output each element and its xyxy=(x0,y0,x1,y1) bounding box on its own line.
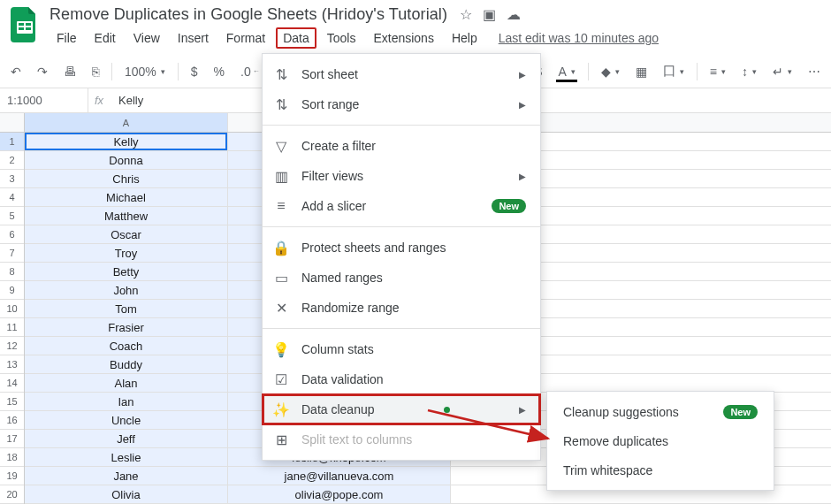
menu-item-protect-sheets-and-ranges[interactable]: 🔒Protect sheets and ranges xyxy=(263,233,540,263)
menu-file[interactable]: File xyxy=(50,27,84,49)
name-box[interactable]: 1:1000 xyxy=(0,88,88,112)
menu-item-data-cleanup[interactable]: ✨Data cleanup▶ xyxy=(263,394,540,424)
row-header[interactable]: 13 xyxy=(0,355,24,374)
cell[interactable]: Kelly xyxy=(25,133,228,150)
row-header[interactable]: 19 xyxy=(0,467,24,485)
fill-color-icon[interactable]: ◆ xyxy=(598,61,623,82)
cell[interactable]: olivia@pope.com xyxy=(228,485,451,503)
col-header-a[interactable]: A xyxy=(25,113,228,132)
shuffle-icon: ✕ xyxy=(273,300,289,317)
cell[interactable]: Jane xyxy=(25,467,228,485)
cell[interactable]: Tom xyxy=(25,300,228,317)
print-icon[interactable]: 🖶 xyxy=(60,61,80,82)
cell[interactable]: Michael xyxy=(25,188,228,206)
menu-edit[interactable]: Edit xyxy=(88,27,123,49)
more-icon[interactable]: ⋯ xyxy=(804,61,824,82)
cell[interactable]: Chris xyxy=(25,170,228,187)
cell[interactable]: Frasier xyxy=(25,318,228,336)
row-header[interactable]: 9 xyxy=(0,281,24,300)
dec-down-button[interactable]: .0← xyxy=(237,61,263,82)
row-header[interactable]: 20 xyxy=(0,485,24,504)
cell[interactable]: Uncle xyxy=(25,411,228,429)
menu-item-named-ranges[interactable]: ▭Named ranges xyxy=(263,263,540,293)
menu-item-label: Create a filter xyxy=(301,139,376,153)
submenu-label: Trim whitespace xyxy=(563,463,652,477)
menu-item-label: Data validation xyxy=(301,372,384,386)
menu-extensions[interactable]: Extensions xyxy=(366,27,440,49)
cloud-icon[interactable]: ☁ xyxy=(507,6,521,23)
row-header[interactable]: 8 xyxy=(0,263,24,281)
percent-button[interactable]: % xyxy=(210,61,228,82)
text-color-button[interactable]: A xyxy=(554,61,578,82)
cell[interactable]: John xyxy=(25,281,228,299)
menu-view[interactable]: View xyxy=(126,27,167,49)
new-badge: New xyxy=(492,199,526,213)
wrap-icon[interactable]: ↵ xyxy=(769,61,796,82)
menu-item-data-validation[interactable]: ☑Data validation xyxy=(263,364,540,394)
row-header[interactable]: 11 xyxy=(0,318,24,337)
row-header[interactable]: 6 xyxy=(0,225,24,244)
row-header[interactable]: 12 xyxy=(0,337,24,355)
fx-icon: fx xyxy=(88,94,110,107)
zoom-select[interactable]: 100% xyxy=(121,61,169,82)
row-header[interactable]: 4 xyxy=(0,188,24,207)
menu-item-column-stats[interactable]: 💡Column stats xyxy=(263,334,540,364)
undo-icon[interactable]: ↶ xyxy=(7,61,25,82)
row-header[interactable]: 14 xyxy=(0,374,24,393)
menu-item-create-a-filter[interactable]: ▽Create a filter xyxy=(263,131,540,161)
currency-button[interactable]: $ xyxy=(187,61,202,82)
submenu-item-trim-whitespace[interactable]: Trim whitespace xyxy=(547,455,774,485)
menu-data[interactable]: Data xyxy=(276,27,316,49)
cell[interactable]: Donna xyxy=(25,151,228,169)
row-header[interactable]: 17 xyxy=(0,430,24,448)
redo-icon[interactable]: ↷ xyxy=(34,61,51,82)
menu-insert[interactable]: Insert xyxy=(171,27,216,49)
menu-item-add-a-slicer[interactable]: ≡Add a slicerNew xyxy=(263,191,540,221)
row-header[interactable]: 3 xyxy=(0,170,24,188)
check-icon: ☑ xyxy=(273,371,289,388)
row-header[interactable]: 5 xyxy=(0,207,24,225)
borders-icon[interactable]: ▦ xyxy=(632,61,651,82)
star-icon[interactable]: ☆ xyxy=(460,6,472,23)
v-align-icon[interactable]: ↕ xyxy=(738,61,760,82)
cell[interactable]: Troy xyxy=(25,244,228,262)
sheets-logo[interactable] xyxy=(9,5,41,44)
h-align-icon[interactable]: ≡ xyxy=(706,61,729,82)
doc-title[interactable]: Remove Duplicates in Google Sheets (Hrid… xyxy=(50,5,447,24)
formula-bar-value[interactable]: Kelly xyxy=(110,94,143,107)
select-all-corner[interactable] xyxy=(0,113,24,133)
cell[interactable]: Ian xyxy=(25,393,228,410)
menu-item-sort-range[interactable]: ⇅Sort range▶ xyxy=(263,89,540,119)
merge-icon[interactable]: ⼞ xyxy=(659,60,688,83)
cell[interactable]: Buddy xyxy=(25,355,228,373)
row-header[interactable]: 1 xyxy=(0,133,24,151)
row-header[interactable]: 16 xyxy=(0,411,24,430)
row-header[interactable]: 2 xyxy=(0,151,24,170)
paint-format-icon[interactable]: ⎘ xyxy=(88,61,103,82)
row-header[interactable]: 15 xyxy=(0,393,24,411)
menu-item-randomize-range[interactable]: ✕Randomize range xyxy=(263,293,540,323)
menu-help[interactable]: Help xyxy=(445,27,484,49)
menu-item-filter-views[interactable]: ▥Filter views▶ xyxy=(263,161,540,191)
cell[interactable]: Olivia xyxy=(25,485,228,503)
row-header[interactable]: 7 xyxy=(0,244,24,263)
menu-item-label: Split text to columns xyxy=(301,432,412,447)
cell[interactable]: Matthew xyxy=(25,207,228,225)
cell[interactable]: Coach xyxy=(25,337,228,355)
menu-item-sort-sheet[interactable]: ⇅Sort sheet▶ xyxy=(263,59,540,89)
cell[interactable]: Leslie xyxy=(25,448,228,466)
cell[interactable]: jane@villanueva.com xyxy=(228,467,451,485)
menu-format[interactable]: Format xyxy=(219,27,272,49)
submenu-arrow-icon: ▶ xyxy=(519,100,526,110)
row-header[interactable]: 18 xyxy=(0,448,24,467)
last-edit-link[interactable]: Last edit was 10 minutes ago xyxy=(499,31,659,45)
submenu-item-cleanup-suggestions[interactable]: Cleanup suggestionsNew xyxy=(547,397,774,426)
menu-tools[interactable]: Tools xyxy=(320,27,363,49)
cell[interactable]: Betty xyxy=(25,263,228,280)
cell[interactable]: Alan xyxy=(25,374,228,392)
move-icon[interactable]: ▣ xyxy=(483,6,496,23)
submenu-item-remove-duplicates[interactable]: Remove duplicates xyxy=(547,426,774,455)
cell[interactable]: Oscar xyxy=(25,225,228,243)
row-header[interactable]: 10 xyxy=(0,300,24,318)
cell[interactable]: Jeff xyxy=(25,430,228,447)
